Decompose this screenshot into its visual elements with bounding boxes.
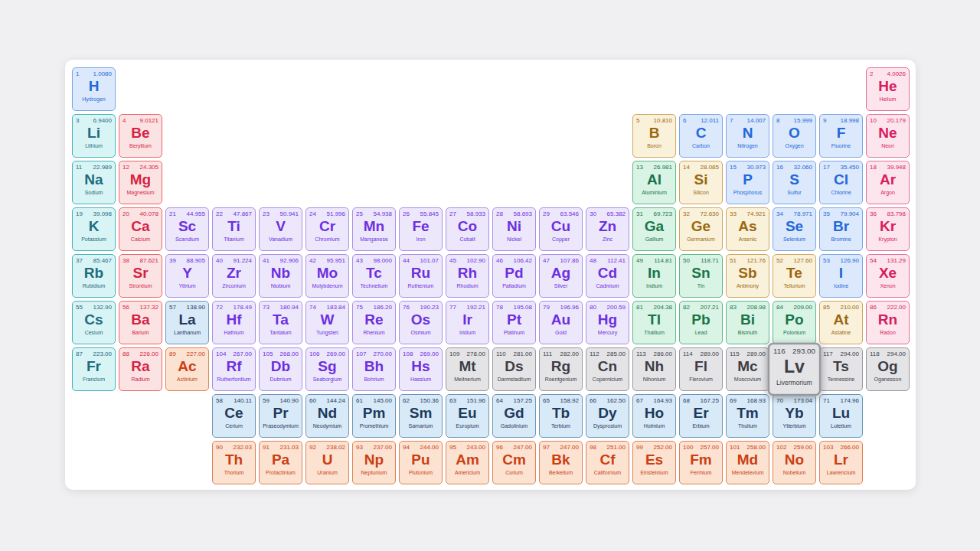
element-cell-s[interactable]: 1632.060SSulfur: [773, 161, 816, 204]
element-cell-y[interactable]: 3988.905YYttrium: [165, 254, 209, 298]
element-cell-lr[interactable]: 103266.00LrLawrencium: [819, 441, 863, 484]
element-cell-mt[interactable]: 109278.00MtMeitnerium: [446, 347, 489, 391]
element-cell-pr[interactable]: 59140.90PrPraseodymium: [259, 394, 302, 438]
element-cell-zn[interactable]: 3065.382ZnZinc: [586, 207, 629, 251]
element-cell-ac[interactable]: 89227.00AcActinium: [165, 347, 209, 391]
element-cell-ag[interactable]: 47107.86AgSilver: [539, 254, 583, 298]
element-cell-hf[interactable]: 72178.49HfHafnium: [212, 301, 256, 344]
element-cell-be[interactable]: 49.0121BeBeryllium: [119, 114, 162, 158]
element-cell-mc[interactable]: 115289.00McMoscovium: [726, 347, 769, 391]
element-cell-tc[interactable]: 4398.000TcTechnetium: [352, 254, 396, 298]
element-cell-rh[interactable]: 45102.90RhRhodium: [446, 254, 489, 298]
element-cell-gd[interactable]: 64157.25GdGadolinium: [492, 394, 536, 438]
element-cell-re[interactable]: 75186.20ReRhenium: [352, 301, 396, 344]
element-cell-ce[interactable]: 58140.11CeCerium: [212, 394, 256, 438]
element-cell-al[interactable]: 1326.981AlAluminium: [632, 161, 676, 204]
element-cell-b[interactable]: 510.810BBoron: [632, 114, 676, 158]
element-cell-no[interactable]: 102259.00NoNobelium: [773, 441, 816, 484]
element-cell-bh[interactable]: 107270.00BhBohrium: [352, 347, 396, 391]
element-cell-db[interactable]: 105268.00DbDubnium: [259, 347, 302, 391]
element-cell-v[interactable]: 2350.941VVanadium: [259, 207, 302, 251]
element-cell-mo[interactable]: 4295.951MoMolybdenum: [305, 254, 349, 298]
element-cell-he[interactable]: 24.0026HeHelium: [866, 67, 910, 111]
element-cell-es[interactable]: 99252.00EsEinsteinium: [632, 441, 676, 484]
element-cell-as[interactable]: 3374.921AsArsenic: [726, 207, 769, 251]
element-cell-rg[interactable]: 111282.00RgRoentgenium: [539, 347, 583, 391]
element-cell-lv[interactable]: 116293.00LvLivermorium: [768, 343, 822, 396]
element-cell-pu[interactable]: 94244.00PuPlutonium: [399, 441, 443, 484]
element-cell-nh[interactable]: 113286.00NhNihonium: [632, 347, 676, 391]
element-cell-ti[interactable]: 2247.867TiTitanium: [212, 207, 256, 251]
element-cell-ir[interactable]: 77192.21IrIridium: [446, 301, 489, 344]
element-cell-ho[interactable]: 67164.93HoHolmium: [632, 394, 676, 438]
element-cell-sn[interactable]: 50118.71SnTin: [679, 254, 723, 298]
element-cell-ds[interactable]: 110281.00DsDarmstadtium: [492, 347, 536, 391]
element-cell-fl[interactable]: 114289.00FlFlerovium: [679, 347, 723, 391]
element-cell-co[interactable]: 2758.933CoCobalt: [446, 207, 489, 251]
element-cell-at[interactable]: 85210.00AtAstatine: [819, 301, 863, 344]
element-cell-lu[interactable]: 71174.96LuLutetium: [819, 394, 863, 438]
element-cell-li[interactable]: 36.9400LiLithium: [72, 114, 116, 158]
element-cell-cr[interactable]: 2451.996CrChromium: [305, 207, 349, 251]
element-cell-ca[interactable]: 2040.078CaCalcium: [119, 207, 162, 251]
element-cell-yb[interactable]: 70173.04YbYtterbium: [773, 394, 816, 438]
element-cell-np[interactable]: 93237.00NpNeptunium: [352, 441, 396, 484]
element-cell-ra[interactable]: 88226.00RaRadium: [119, 347, 162, 391]
element-cell-sc[interactable]: 2144.955ScScandium: [165, 207, 209, 251]
element-cell-sr[interactable]: 3887.621SrStrontium: [119, 254, 162, 298]
element-cell-na[interactable]: 1122.989NaSodium: [72, 161, 116, 204]
element-cell-bk[interactable]: 97247.00BkBerkelium: [539, 441, 583, 484]
element-cell-ta[interactable]: 73180.94TaTantalum: [259, 301, 302, 344]
element-cell-i[interactable]: 53126.90IIodine: [819, 254, 863, 298]
element-cell-cl[interactable]: 1735.450ClChlorine: [819, 161, 863, 204]
element-cell-cd[interactable]: 48112.41CdCadmium: [586, 254, 629, 298]
element-cell-mg[interactable]: 1224.305MgMagnesium: [119, 161, 162, 204]
element-cell-dy[interactable]: 66162.50DyDysprosium: [586, 394, 629, 438]
element-cell-sm[interactable]: 62150.36SmSamarium: [399, 394, 443, 438]
element-cell-sg[interactable]: 106269.00SgSeaborgium: [305, 347, 349, 391]
element-cell-br[interactable]: 3579.904BrBromine: [819, 207, 863, 251]
element-cell-eu[interactable]: 63151.96EuEuropium: [446, 394, 489, 438]
element-cell-md[interactable]: 101258.00MdMendelevium: [726, 441, 769, 484]
element-cell-tm[interactable]: 69168.93TmThulium: [726, 394, 769, 438]
element-cell-rf[interactable]: 104267.00RfRutherfordium: [212, 347, 256, 391]
element-cell-o[interactable]: 815.999OOxygen: [773, 114, 816, 158]
element-cell-hg[interactable]: 80200.59HgMercury: [586, 301, 629, 344]
element-cell-bi[interactable]: 83208.98BiBismuth: [726, 301, 769, 344]
element-cell-c[interactable]: 612.011CCarbon: [679, 114, 723, 158]
element-cell-ru[interactable]: 44101.07RuRuthenium: [399, 254, 443, 298]
element-cell-og[interactable]: 118294.00OgOganesson: [866, 347, 910, 391]
element-cell-w[interactable]: 74183.84WTungsten: [305, 301, 349, 344]
element-cell-in[interactable]: 49114.81InIndium: [632, 254, 676, 298]
element-cell-ne[interactable]: 1020.179NeNeon: [866, 114, 910, 158]
element-cell-tb[interactable]: 65158.92TbTerbium: [539, 394, 583, 438]
element-cell-tl[interactable]: 81204.38TlThallium: [632, 301, 676, 344]
element-cell-ts[interactable]: 117294.00TsTennessine: [819, 347, 863, 391]
element-cell-th[interactable]: 90232.03ThThorium: [212, 441, 256, 484]
element-cell-ge[interactable]: 3272.630GeGermanium: [679, 207, 723, 251]
element-cell-os[interactable]: 76190.23OsOsmium: [399, 301, 443, 344]
element-cell-pa[interactable]: 91231.03PaProtactinium: [259, 441, 302, 484]
element-cell-am[interactable]: 95243.00AmAmericium: [446, 441, 489, 484]
element-cell-fe[interactable]: 2655.845FeIron: [399, 207, 443, 251]
element-cell-h[interactable]: 11.0080HHydrogen: [72, 67, 116, 111]
element-cell-au[interactable]: 79196.96AuGold: [539, 301, 583, 344]
element-cell-cu[interactable]: 2963.546CuCopper: [539, 207, 583, 251]
element-cell-hs[interactable]: 108269.00HsHassium: [399, 347, 443, 391]
element-cell-ga[interactable]: 3169.723GaGallium: [632, 207, 676, 251]
element-cell-u[interactable]: 92238.02UUranium: [305, 441, 349, 484]
element-cell-kr[interactable]: 3683.798KrKrypton: [866, 207, 910, 251]
element-cell-er[interactable]: 68167.25ErErbium: [679, 394, 723, 438]
element-cell-n[interactable]: 714.007NNitrogen: [726, 114, 769, 158]
element-cell-sb[interactable]: 51121.76SbAntimony: [726, 254, 769, 298]
element-cell-si[interactable]: 1428.085SiSilicon: [679, 161, 723, 204]
element-cell-cm[interactable]: 96247.00CmCurium: [492, 441, 536, 484]
element-cell-pd[interactable]: 46106.42PdPalladium: [492, 254, 536, 298]
element-cell-nd[interactable]: 60144.24NdNeodymium: [305, 394, 349, 438]
element-cell-zr[interactable]: 4091.224ZrZirconium: [212, 254, 256, 298]
element-cell-ni[interactable]: 2858.693NiNickel: [492, 207, 536, 251]
element-cell-po[interactable]: 84209.00PoPolonium: [773, 301, 816, 344]
element-cell-pb[interactable]: 82207.21PbLead: [679, 301, 723, 344]
element-cell-se[interactable]: 3478.971SeSelenium: [773, 207, 816, 251]
element-cell-mn[interactable]: 2554.938MnManganese: [352, 207, 396, 251]
